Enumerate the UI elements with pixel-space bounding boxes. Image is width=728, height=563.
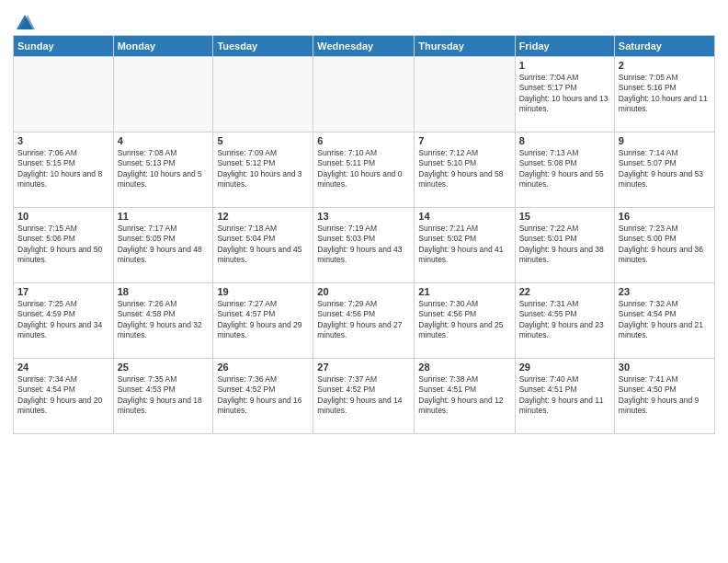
logo [13, 9, 35, 29]
day-number: 8 [519, 135, 610, 146]
calendar-cell: 20Sunrise: 7:29 AM Sunset: 4:56 PM Dayli… [313, 283, 415, 359]
day-number: 13 [317, 211, 410, 222]
calendar-cell: 29Sunrise: 7:40 AM Sunset: 4:51 PM Dayli… [515, 359, 614, 434]
weekday-header-saturday: Saturday [614, 36, 714, 57]
day-number: 26 [217, 362, 309, 373]
calendar-cell: 30Sunrise: 7:41 AM Sunset: 4:50 PM Dayli… [614, 359, 714, 434]
calendar-cell: 11Sunrise: 7:17 AM Sunset: 5:05 PM Dayli… [113, 208, 213, 283]
day-info: Sunrise: 7:18 AM Sunset: 5:04 PM Dayligh… [217, 224, 309, 266]
day-number: 20 [317, 286, 410, 297]
day-number: 12 [217, 211, 309, 222]
day-info: Sunrise: 7:34 AM Sunset: 4:54 PM Dayligh… [17, 374, 109, 417]
calendar-cell [415, 57, 515, 132]
day-info: Sunrise: 7:36 AM Sunset: 4:52 PM Dayligh… [217, 374, 309, 417]
day-info: Sunrise: 7:12 AM Sunset: 5:10 PM Dayligh… [418, 148, 510, 190]
main-container: SundayMondayTuesdayWednesdayThursdayFrid… [0, 0, 728, 563]
day-number: 6 [317, 135, 410, 146]
day-number: 23 [619, 286, 711, 297]
day-info: Sunrise: 7:23 AM Sunset: 5:00 PM Dayligh… [619, 224, 711, 266]
day-number: 15 [519, 211, 610, 222]
calendar-cell: 21Sunrise: 7:30 AM Sunset: 4:56 PM Dayli… [415, 283, 515, 359]
weekday-header-sunday: Sunday [14, 36, 114, 57]
day-info: Sunrise: 7:29 AM Sunset: 4:56 PM Dayligh… [317, 299, 410, 341]
calendar-cell: 22Sunrise: 7:31 AM Sunset: 4:55 PM Dayli… [515, 283, 614, 359]
calendar-cell: 6Sunrise: 7:10 AM Sunset: 5:11 PM Daylig… [313, 132, 415, 208]
calendar-cell: 25Sunrise: 7:35 AM Sunset: 4:53 PM Dayli… [113, 359, 213, 434]
day-info: Sunrise: 7:26 AM Sunset: 4:58 PM Dayligh… [118, 299, 210, 341]
day-info: Sunrise: 7:31 AM Sunset: 4:55 PM Dayligh… [519, 299, 610, 341]
calendar-cell: 5Sunrise: 7:09 AM Sunset: 5:12 PM Daylig… [213, 132, 313, 208]
day-info: Sunrise: 7:10 AM Sunset: 5:11 PM Dayligh… [317, 148, 410, 190]
calendar-cell: 26Sunrise: 7:36 AM Sunset: 4:52 PM Dayli… [213, 359, 313, 434]
weekday-header-row: SundayMondayTuesdayWednesdayThursdayFrid… [14, 36, 715, 57]
weekday-header-thursday: Thursday [415, 36, 515, 57]
day-number: 16 [619, 211, 711, 222]
day-info: Sunrise: 7:17 AM Sunset: 5:05 PM Dayligh… [118, 224, 210, 266]
calendar-cell [14, 57, 114, 132]
page-header [13, 9, 715, 29]
weekday-header-monday: Monday [113, 36, 213, 57]
day-info: Sunrise: 7:38 AM Sunset: 4:51 PM Dayligh… [418, 374, 510, 417]
calendar-week-2: 3Sunrise: 7:06 AM Sunset: 5:15 PM Daylig… [14, 132, 715, 208]
calendar-table: SundayMondayTuesdayWednesdayThursdayFrid… [13, 35, 715, 434]
weekday-header-wednesday: Wednesday [313, 36, 415, 57]
day-number: 21 [418, 286, 510, 297]
day-info: Sunrise: 7:14 AM Sunset: 5:07 PM Dayligh… [619, 148, 711, 190]
logo-icon [15, 13, 35, 33]
day-number: 30 [619, 362, 711, 373]
weekday-header-tuesday: Tuesday [213, 36, 313, 57]
day-info: Sunrise: 7:27 AM Sunset: 4:57 PM Dayligh… [217, 299, 309, 341]
day-number: 24 [17, 362, 109, 373]
day-info: Sunrise: 7:22 AM Sunset: 5:01 PM Dayligh… [519, 224, 610, 266]
day-info: Sunrise: 7:41 AM Sunset: 4:50 PM Dayligh… [619, 374, 711, 417]
calendar-cell: 15Sunrise: 7:22 AM Sunset: 5:01 PM Dayli… [515, 208, 614, 283]
day-info: Sunrise: 7:15 AM Sunset: 5:06 PM Dayligh… [17, 224, 109, 266]
calendar-cell: 14Sunrise: 7:21 AM Sunset: 5:02 PM Dayli… [415, 208, 515, 283]
day-number: 25 [118, 362, 210, 373]
day-number: 18 [118, 286, 210, 297]
day-number: 2 [619, 60, 711, 71]
calendar-cell [213, 57, 313, 132]
day-number: 29 [519, 362, 610, 373]
calendar-cell: 8Sunrise: 7:13 AM Sunset: 5:08 PM Daylig… [515, 132, 614, 208]
day-info: Sunrise: 7:21 AM Sunset: 5:02 PM Dayligh… [418, 224, 510, 266]
calendar-cell [313, 57, 415, 132]
calendar-cell: 16Sunrise: 7:23 AM Sunset: 5:00 PM Dayli… [614, 208, 714, 283]
day-number: 11 [118, 211, 210, 222]
calendar-week-4: 17Sunrise: 7:25 AM Sunset: 4:59 PM Dayli… [14, 283, 715, 359]
day-number: 4 [118, 135, 210, 146]
calendar-week-1: 1Sunrise: 7:04 AM Sunset: 5:17 PM Daylig… [14, 57, 715, 132]
calendar-cell: 2Sunrise: 7:05 AM Sunset: 5:16 PM Daylig… [614, 57, 714, 132]
day-number: 1 [519, 60, 610, 71]
day-number: 14 [418, 211, 510, 222]
calendar-cell [113, 57, 213, 132]
day-number: 28 [418, 362, 510, 373]
calendar-cell: 9Sunrise: 7:14 AM Sunset: 5:07 PM Daylig… [614, 132, 714, 208]
day-number: 17 [17, 286, 109, 297]
day-info: Sunrise: 7:08 AM Sunset: 5:13 PM Dayligh… [118, 148, 210, 190]
calendar-cell: 3Sunrise: 7:06 AM Sunset: 5:15 PM Daylig… [14, 132, 114, 208]
day-info: Sunrise: 7:09 AM Sunset: 5:12 PM Dayligh… [217, 148, 309, 190]
calendar-cell: 18Sunrise: 7:26 AM Sunset: 4:58 PM Dayli… [113, 283, 213, 359]
calendar-cell: 7Sunrise: 7:12 AM Sunset: 5:10 PM Daylig… [415, 132, 515, 208]
calendar-cell: 10Sunrise: 7:15 AM Sunset: 5:06 PM Dayli… [14, 208, 114, 283]
day-info: Sunrise: 7:13 AM Sunset: 5:08 PM Dayligh… [519, 148, 610, 190]
calendar-cell: 13Sunrise: 7:19 AM Sunset: 5:03 PM Dayli… [313, 208, 415, 283]
day-number: 5 [217, 135, 309, 146]
calendar-week-3: 10Sunrise: 7:15 AM Sunset: 5:06 PM Dayli… [14, 208, 715, 283]
calendar-cell: 12Sunrise: 7:18 AM Sunset: 5:04 PM Dayli… [213, 208, 313, 283]
day-number: 10 [17, 211, 109, 222]
calendar-cell: 27Sunrise: 7:37 AM Sunset: 4:52 PM Dayli… [313, 359, 415, 434]
calendar-cell: 28Sunrise: 7:38 AM Sunset: 4:51 PM Dayli… [415, 359, 515, 434]
day-number: 27 [317, 362, 410, 373]
day-info: Sunrise: 7:06 AM Sunset: 5:15 PM Dayligh… [17, 148, 109, 190]
calendar-cell: 1Sunrise: 7:04 AM Sunset: 5:17 PM Daylig… [515, 57, 614, 132]
day-info: Sunrise: 7:19 AM Sunset: 5:03 PM Dayligh… [317, 224, 410, 266]
day-info: Sunrise: 7:40 AM Sunset: 4:51 PM Dayligh… [519, 374, 610, 417]
weekday-header-friday: Friday [515, 36, 614, 57]
calendar-week-5: 24Sunrise: 7:34 AM Sunset: 4:54 PM Dayli… [14, 359, 715, 434]
calendar-cell: 19Sunrise: 7:27 AM Sunset: 4:57 PM Dayli… [213, 283, 313, 359]
calendar-cell: 17Sunrise: 7:25 AM Sunset: 4:59 PM Dayli… [14, 283, 114, 359]
day-info: Sunrise: 7:30 AM Sunset: 4:56 PM Dayligh… [418, 299, 510, 341]
day-number: 19 [217, 286, 309, 297]
